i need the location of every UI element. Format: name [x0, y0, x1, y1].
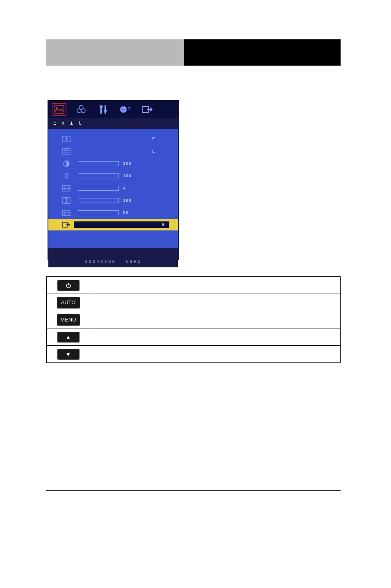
svg-point-1 — [56, 107, 57, 109]
osd-value: 100 — [123, 162, 138, 166]
table-row: ▲ — [47, 328, 341, 346]
osd-highlight-mark: E — [162, 222, 166, 227]
controls-table: AUTO MENU ▲ ▼ — [46, 276, 341, 363]
divider-bottom — [46, 490, 341, 491]
svg-rect-0 — [54, 106, 64, 113]
osd-value: 100 — [123, 174, 138, 178]
osd-row-clock[interactable]: 58 — [54, 207, 172, 219]
contrast-icon — [61, 160, 71, 167]
power-desc — [90, 277, 341, 294]
osd-slider[interactable] — [78, 210, 119, 215]
osd-row-hposition[interactable]: 4 — [54, 182, 172, 194]
header-left-block — [46, 39, 184, 66]
osd-refresh: 60HZ — [126, 259, 141, 264]
down-desc — [90, 346, 341, 363]
rect-plus-icon — [61, 135, 71, 143]
header-right-block — [184, 39, 341, 66]
svg-rect-6 — [105, 105, 106, 114]
osd-row-autoadjust[interactable]: E — [54, 133, 172, 145]
osd-slider[interactable] — [78, 198, 119, 203]
osd-footer: 1024x768 60HZ — [48, 248, 178, 267]
table-row: AUTO — [47, 294, 341, 311]
osd-resolution: 1024x768 — [84, 259, 116, 264]
osd-body: E E 100 100 4 — [48, 129, 178, 248]
svg-point-4 — [81, 109, 85, 113]
osd-slider[interactable] — [78, 161, 119, 166]
svg-rect-17 — [63, 148, 70, 154]
down-button[interactable]: ▼ — [57, 349, 80, 360]
osd-tab-tools[interactable] — [96, 103, 111, 116]
brightness-icon — [61, 172, 71, 180]
rect-lines-icon — [61, 148, 71, 155]
svg-rect-7 — [100, 106, 103, 107]
svg-line-27 — [68, 178, 69, 179]
osd-row-mark: E — [152, 149, 156, 154]
header-bar — [46, 39, 341, 66]
osd-screenshot: ? E x i t E E 100 — [48, 100, 179, 260]
auto-desc — [90, 294, 341, 311]
osd-highlight-bar: E — [74, 221, 169, 228]
osd-value: 4 — [123, 186, 138, 191]
svg-line-26 — [64, 173, 65, 174]
hpos-icon — [61, 185, 71, 192]
menu-desc — [90, 311, 341, 328]
osd-row-mark: E — [152, 137, 156, 141]
svg-rect-8 — [104, 110, 107, 112]
svg-line-29 — [68, 173, 69, 174]
osd-row-brightness[interactable]: 100 — [54, 170, 172, 182]
menu-button[interactable]: MENU — [57, 314, 80, 326]
osd-tab-language[interactable]: ? — [118, 103, 133, 116]
table-row — [47, 277, 341, 294]
osd-row-autocolor[interactable]: E — [54, 145, 172, 157]
osd-tab-exit[interactable] — [140, 103, 155, 116]
osd-slider[interactable] — [78, 186, 119, 191]
osd-exit-label: E x i t — [48, 118, 178, 129]
up-button[interactable]: ▲ — [57, 332, 80, 342]
osd-tab-bar: ? — [48, 101, 178, 118]
svg-point-21 — [65, 175, 68, 178]
svg-rect-34 — [63, 211, 70, 216]
power-button[interactable] — [57, 280, 80, 291]
osd-row-exit-highlight[interactable]: E — [48, 219, 178, 230]
osd-value: 58 — [123, 211, 138, 215]
exit-arrow-icon — [61, 221, 71, 228]
table-row: MENU — [47, 311, 341, 328]
table-row: ▼ — [47, 346, 341, 363]
divider-top — [46, 88, 341, 88]
svg-line-28 — [64, 178, 65, 179]
svg-point-3 — [77, 109, 81, 113]
vpos-icon — [61, 197, 71, 204]
up-desc — [90, 328, 341, 346]
clock-icon — [61, 209, 71, 217]
osd-slider[interactable] — [78, 173, 119, 178]
osd-value: 198 — [123, 198, 138, 203]
osd-row-contrast[interactable]: 100 — [54, 157, 172, 170]
osd-tab-picture[interactable] — [52, 103, 66, 116]
osd-row-vposition[interactable]: 198 — [54, 194, 172, 207]
auto-button[interactable]: AUTO — [57, 297, 80, 308]
osd-tab-rgb[interactable] — [74, 103, 89, 116]
svg-text:?: ? — [127, 106, 132, 112]
